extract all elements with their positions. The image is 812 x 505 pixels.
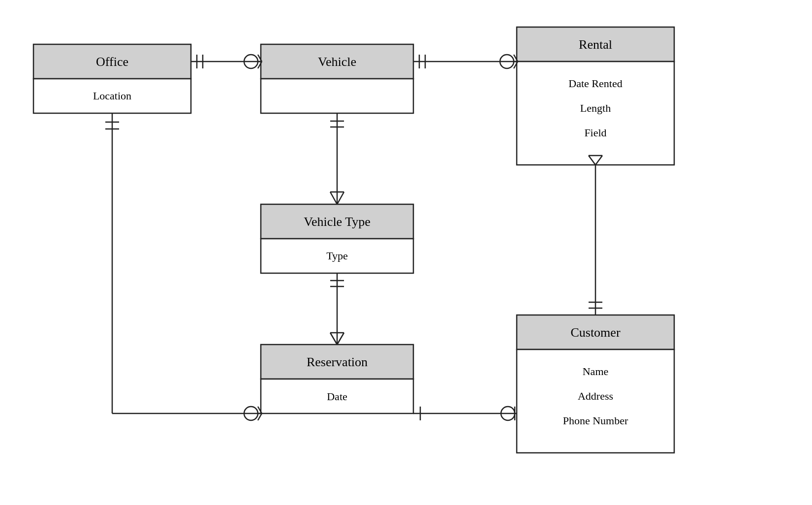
svg-line-31	[337, 192, 344, 204]
rental-entity: Rental Date Rented Length Field	[517, 27, 674, 165]
svg-line-36	[330, 333, 337, 345]
vehicletype-reservation-connector	[330, 273, 344, 345]
svg-line-37	[337, 333, 344, 345]
vehicle-rental-connector	[413, 55, 518, 68]
rental-customer-connector	[589, 156, 602, 315]
office-reservation-connector	[105, 113, 261, 413]
office-attr-location: Location	[93, 90, 131, 102]
customer-title: Customer	[570, 325, 620, 340]
vehicle-type-entity: Vehicle Type Type	[261, 204, 413, 273]
office-vehicle-connector	[191, 55, 262, 68]
svg-rect-3	[261, 79, 413, 113]
vehicle-type-title: Vehicle Type	[304, 215, 371, 229]
vehicle-title: Vehicle	[318, 55, 356, 69]
svg-line-30	[330, 192, 337, 204]
rental-attr-length: Length	[580, 102, 611, 114]
reservation-title: Reservation	[307, 355, 368, 369]
customer-attr-name: Name	[583, 365, 609, 378]
rental-attr-date-rented: Date Rented	[568, 77, 622, 90]
svg-line-54	[258, 413, 262, 420]
customer-attr-address: Address	[578, 390, 613, 402]
office-title: Office	[96, 55, 128, 69]
office-entity: Office Location	[33, 44, 191, 113]
reservation-entity: Reservation Date	[261, 345, 413, 413]
rental-title: Rental	[579, 37, 612, 52]
vehicle-entity: Vehicle	[261, 44, 413, 113]
vehicle-type-attr-type: Type	[326, 250, 348, 262]
reservation-customer-connector	[413, 407, 517, 420]
vehicle-vehicletype-connector	[330, 113, 344, 204]
rental-attr-field: Field	[584, 126, 606, 139]
customer-attr-phone: Phone Number	[563, 414, 628, 427]
reservation-attr-date: Date	[327, 390, 347, 403]
customer-entity: Customer Name Address Phone Number	[517, 315, 674, 453]
